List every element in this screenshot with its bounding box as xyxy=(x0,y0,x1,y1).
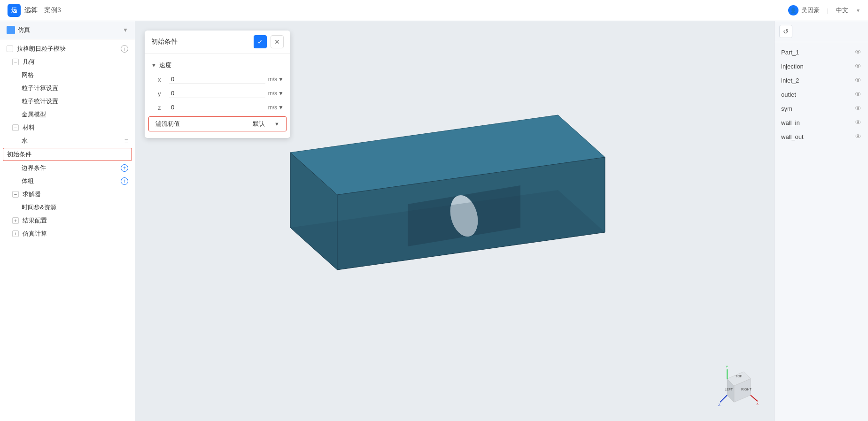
panel-confirm-button[interactable]: ✓ xyxy=(254,35,267,48)
right-panel-item-injection[interactable]: injection 👁 xyxy=(775,59,868,73)
sidebar-item-sim-calc[interactable]: + 仿真计算 xyxy=(0,227,135,240)
item-label: 网格 xyxy=(22,71,128,79)
item-label: 初始条件 xyxy=(7,150,128,159)
right-panel-item-outlet[interactable]: outlet 👁 xyxy=(775,87,868,101)
item-label: 金属模型 xyxy=(22,110,128,119)
expand-icon: + xyxy=(12,217,19,224)
item-label: 水 xyxy=(22,137,124,145)
sidebar-item-initial-conditions[interactable]: 初始条件 xyxy=(3,148,132,161)
visibility-icon[interactable]: 👁 xyxy=(855,48,861,56)
right-panel-item-wall-out[interactable]: wall_out 👁 xyxy=(775,130,868,144)
add-icon[interactable]: + xyxy=(121,164,128,172)
visibility-icon[interactable]: 👁 xyxy=(855,105,861,112)
info-icon: i xyxy=(121,45,128,53)
item-label: wall_in xyxy=(781,119,800,126)
logo-icon: 远 xyxy=(8,4,21,17)
sidebar-item-lagrangian[interactable]: − 拉格朗日粒子模块 i xyxy=(0,42,135,55)
sidebar-item-result-config[interactable]: + 结果配置 xyxy=(0,214,135,227)
right-panel-toolbar: ↺ xyxy=(775,21,868,42)
main-layout: 仿真 ▼ − 拉格朗日粒子模块 i − 几何 网格 粒子计算设置 xyxy=(0,21,868,421)
axis-z-label: z xyxy=(158,104,169,111)
visibility-icon[interactable]: 👁 xyxy=(855,77,861,84)
sidebar-item-time-step[interactable]: 时间步&资源 xyxy=(0,201,135,214)
velocity-y-input[interactable] xyxy=(169,89,265,98)
sidebar-item-mesh[interactable]: 网格 xyxy=(0,69,135,82)
sidebar-item-boundary-conditions[interactable]: 边界条件 + xyxy=(0,161,135,175)
refresh-button[interactable]: ↺ xyxy=(779,25,792,38)
item-label: inlet_2 xyxy=(781,77,799,84)
app-logo[interactable]: 远 远算 案例3 xyxy=(8,4,61,17)
user-avatar-icon: 👤 xyxy=(788,5,798,15)
unit-chevron-icon[interactable]: ▼ xyxy=(278,76,284,83)
sidebar-item-material[interactable]: − 材料 xyxy=(0,121,135,134)
sidebar-item-metal-model[interactable]: 金属模型 xyxy=(0,108,135,121)
velocity-section-header[interactable]: ▼ 速度 xyxy=(145,58,290,72)
sidebar-title: 仿真 xyxy=(7,26,30,34)
velocity-label: 速度 xyxy=(159,61,171,69)
item-label: sym xyxy=(781,105,792,112)
geometry-list: Part_1 👁 injection 👁 inlet_2 👁 outlet 👁 … xyxy=(775,42,868,421)
divider: | xyxy=(827,7,829,14)
axis-x-label: x xyxy=(158,76,169,83)
user-info[interactable]: 👤 吴因豪 xyxy=(788,5,820,15)
turbulence-value: 默认 xyxy=(253,120,265,128)
velocity-y-row: y m/s ▼ xyxy=(145,86,290,100)
sidebar-item-particle-calc[interactable]: 粒子计算设置 xyxy=(0,82,135,95)
item-label: 体组 xyxy=(22,177,121,185)
velocity-z-input[interactable] xyxy=(169,103,265,112)
sidebar-collapse-button[interactable]: ▼ xyxy=(123,27,128,33)
right-panel-item-part1[interactable]: Part_1 👁 xyxy=(775,45,868,59)
velocity-z-row: z m/s ▼ xyxy=(145,100,290,115)
svg-text:TOP: TOP xyxy=(736,375,743,378)
item-label: 求解器 xyxy=(23,190,128,199)
turbulence-chevron-icon[interactable]: ▼ xyxy=(274,121,279,127)
velocity-x-input[interactable] xyxy=(169,75,265,84)
add-icon[interactable]: + xyxy=(121,177,128,185)
right-panel: ↺ Part_1 👁 injection 👁 inlet_2 👁 outlet … xyxy=(774,21,868,421)
unit-chevron-icon[interactable]: ▼ xyxy=(278,104,284,111)
panel-title: 初始条件 xyxy=(151,38,178,46)
visibility-icon[interactable]: 👁 xyxy=(855,133,861,140)
sidebar-item-geometry[interactable]: − 几何 xyxy=(0,55,135,69)
axis-y-label: y xyxy=(158,90,169,97)
velocity-x-row: x m/s ▼ xyxy=(145,72,290,86)
velocity-x-unit: m/s ▼ xyxy=(268,76,284,83)
language-selector[interactable]: 中文 xyxy=(836,6,848,15)
item-label: 仿真计算 xyxy=(23,230,128,238)
item-label: injection xyxy=(781,63,804,70)
item-label: 材料 xyxy=(23,123,128,132)
sidebar: 仿真 ▼ − 拉格朗日粒子模块 i − 几何 网格 粒子计算设置 xyxy=(0,21,135,421)
unit-text: m/s xyxy=(268,104,277,111)
turbulence-row[interactable]: 湍流初值 默认 ▼ xyxy=(148,116,287,131)
user-name: 吴因豪 xyxy=(801,6,820,15)
panel-actions: ✓ ✕ xyxy=(254,35,284,48)
velocity-y-unit: m/s ▼ xyxy=(268,90,284,97)
language-chevron-icon: ▼ xyxy=(856,8,860,13)
unit-text: m/s xyxy=(268,90,277,97)
panel-body: ▼ 速度 x m/s ▼ y m/s xyxy=(145,54,290,138)
sidebar-item-solver[interactable]: − 求解器 xyxy=(0,188,135,201)
right-panel-item-wall-in[interactable]: wall_in 👁 xyxy=(775,115,868,130)
menu-icon[interactable]: ≡ xyxy=(124,137,128,145)
right-panel-item-inlet2[interactable]: inlet_2 👁 xyxy=(775,73,868,87)
expand-icon: − xyxy=(12,191,19,198)
topbar: 远 远算 案例3 👤 吴因豪 | 中文 ▼ xyxy=(0,0,868,21)
sidebar-item-particle-stat[interactable]: 粒子统计设置 xyxy=(0,95,135,108)
item-label: 拉格朗日粒子模块 xyxy=(17,45,119,53)
visibility-icon[interactable]: 👁 xyxy=(855,91,861,98)
visibility-icon[interactable]: 👁 xyxy=(855,62,861,70)
sidebar-item-water[interactable]: 水 ≡ xyxy=(0,134,135,147)
item-label: 结果配置 xyxy=(23,216,128,225)
right-panel-item-sym[interactable]: sym 👁 xyxy=(775,101,868,115)
expand-icon: − xyxy=(12,124,19,131)
expand-icon: + xyxy=(12,230,19,237)
panel-close-button[interactable]: ✕ xyxy=(271,35,284,48)
sidebar-tree: − 拉格朗日粒子模块 i − 几何 网格 粒子计算设置 粒子统计设置 xyxy=(0,39,135,421)
svg-text:X: X xyxy=(756,402,759,406)
sidebar-item-volume-group[interactable]: 体组 + xyxy=(0,175,135,188)
sim-cube-icon xyxy=(7,26,15,34)
visibility-icon[interactable]: 👁 xyxy=(855,119,861,126)
nav-cube[interactable]: TOP LEFT RIGHT Y Z X xyxy=(718,365,760,407)
unit-chevron-icon[interactable]: ▼ xyxy=(278,90,284,97)
item-label: 几何 xyxy=(23,58,128,66)
